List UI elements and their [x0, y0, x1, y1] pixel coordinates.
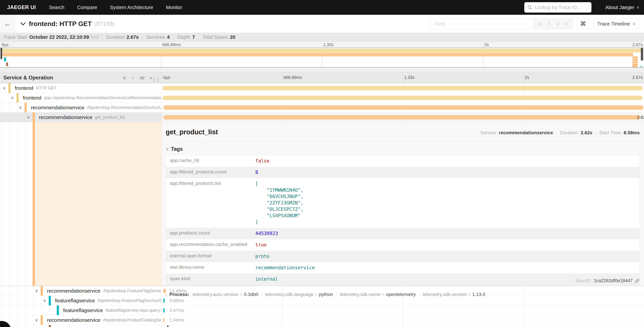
find-bar: ◎ ∧ ∨ ✕ — [431, 18, 573, 29]
span-row[interactable]: featureflagservicefeatureflagservice.rep… — [0, 306, 644, 315]
span-row[interactable]: ∨ frontendgrpc.hipstershop.Recommendatio… — [0, 93, 644, 103]
minimap-span — [632, 59, 638, 60]
collapse-one-icon[interactable]: ∨ — [122, 75, 126, 80]
minimap-span — [632, 64, 638, 65]
span-operation: /hipstershop.ProductCatalogSer... — [103, 318, 162, 322]
detail-duration: Duration:2.62s — [553, 130, 592, 136]
span-collapse-icon[interactable]: ∨ — [35, 288, 38, 294]
span-collapse-icon[interactable]: ∨ — [35, 318, 38, 323]
span-row[interactable]: ∨ featureflagservice/hipstershop.Feature… — [0, 296, 644, 306]
search-icon — [527, 5, 532, 10]
span-duration-label: 2.62s — [637, 115, 644, 120]
span-row[interactable]: ∨ recommendationservice/hipstershop.Reco… — [0, 103, 644, 112]
about-jaeger-menu[interactable]: About Jaeger ∨ — [605, 5, 639, 10]
nav-item-system-architecture[interactable]: System Architecture — [110, 5, 153, 10]
prev-match-icon[interactable]: ∧ — [548, 21, 551, 26]
span-collapse-icon[interactable]: ∨ — [19, 105, 22, 110]
span-service: featureflagservice — [63, 308, 103, 313]
span-collapse-icon[interactable]: ∨ — [27, 115, 30, 120]
expand-one-icon[interactable]: › — [132, 75, 134, 80]
minimap-span — [632, 56, 638, 58]
service-color-accent — [49, 296, 51, 305]
tag-row: app.filtered_products.list[ "1YMWWN1N4O"… — [166, 178, 640, 228]
span-duration-bar[interactable] — [163, 318, 164, 322]
detail-highlight-region — [35, 122, 162, 286]
span-duration-label: 3.68ms — [170, 298, 184, 303]
trace-collapse-toggle[interactable] — [20, 22, 26, 26]
service-color-accent — [8, 83, 10, 93]
nav-item-search[interactable]: Search — [49, 5, 64, 10]
span-collapse-icon[interactable]: ∨ — [43, 298, 46, 303]
trace-id-lookup-input[interactable] — [535, 5, 588, 10]
span-detail-indent — [0, 122, 162, 286]
trace-total-spans: Total Spans 20 — [195, 34, 235, 40]
span-duration-bar[interactable] — [163, 298, 165, 303]
span-duration-bar[interactable] — [163, 289, 166, 293]
trace-id: 2f715fb — [95, 20, 114, 27]
service-color-accent — [32, 112, 35, 122]
span-service: recommendationservice — [47, 288, 100, 294]
tag-row: internal.span.formatproto — [166, 250, 640, 262]
span-duration-bar[interactable] — [163, 86, 643, 90]
service-operation-header: Service & Operation — [3, 75, 122, 81]
span-duration-bar[interactable] — [163, 106, 643, 110]
span-duration-bar[interactable] — [163, 115, 640, 120]
span-duration-label: 3.47ms — [170, 308, 184, 313]
span-collapse-icon[interactable]: ∨ — [11, 95, 14, 100]
minimap-span — [641, 66, 642, 67]
minimap-span — [1, 49, 641, 52]
trace-services: Services 4 — [139, 34, 170, 40]
span-service: featureflagservice — [55, 298, 95, 304]
nav-item-monitor[interactable]: Monitor — [166, 5, 182, 10]
back-button[interactable]: ← — [0, 15, 15, 33]
service-color-accent — [24, 103, 27, 112]
clear-find-icon[interactable]: ✕ — [564, 21, 568, 26]
chevron-down-icon: ∨ — [636, 5, 639, 10]
minimap-span — [1, 53, 633, 56]
minimap-span — [632, 61, 638, 63]
span-row-selected[interactable]: ∨ recommendationserviceget_product_list … — [0, 112, 644, 122]
nav-item-compare[interactable]: Compare — [77, 5, 97, 10]
app-logo[interactable]: JAEGER UI — [7, 4, 36, 10]
minimap-left-handle[interactable] — [0, 48, 2, 59]
span-row[interactable]: ∨ frontendHTTP GET — [0, 83, 644, 93]
span-row[interactable]: ∨ recommendationservice/hipstershop.Feat… — [0, 286, 644, 296]
span-duration-label: 14.49ms — [170, 288, 187, 294]
span-duration-bar[interactable] — [163, 96, 643, 100]
span-operation: /hipstershop.RecommendationService/Lis..… — [87, 105, 162, 110]
span-row-partial[interactable] — [0, 325, 644, 327]
service-color-accent — [49, 325, 51, 327]
tag-row: span.kindinternal — [166, 274, 640, 285]
focus-match-icon[interactable]: ◎ — [538, 21, 542, 26]
timeline-column-headers: Service & Operation ∨ › ∨∨ » ❙❙ 0μs 666.… — [0, 72, 644, 83]
minimap-span — [4, 58, 6, 62]
collapse-all-icon[interactable]: ∨∨ — [139, 75, 144, 80]
minimap-right-handle[interactable] — [641, 48, 643, 60]
service-color-accent — [57, 306, 59, 315]
span-duration-bar[interactable] — [163, 308, 165, 312]
span-row[interactable]: ∨ recommendationservice/hipstershop.Prod… — [0, 315, 644, 325]
trace-minimap[interactable] — [0, 48, 644, 68]
trace-start: Trace Start October 22 2022, 22:10:09.54… — [3, 34, 98, 40]
span-detail-row: get_product_list Service:recommendations… — [0, 122, 644, 286]
trace-depth: Depth 7 — [170, 34, 195, 40]
find-input[interactable] — [431, 19, 533, 29]
deep-link-icon[interactable] — [634, 278, 640, 283]
trace-id-lookup[interactable] — [524, 2, 592, 12]
column-resize-handle[interactable]: ❙❙ — [152, 77, 160, 82]
service-color-accent — [32, 122, 35, 286]
service-color-accent — [41, 286, 43, 296]
span-service: recommendationservice — [39, 114, 92, 120]
keyboard-shortcuts-button[interactable]: ⌘ — [576, 18, 590, 29]
chevron-down-icon: ∨ — [166, 147, 169, 152]
trace-page-header: ← frontend: HTTP GET 2f715fb ◎ ∧ ∨ ✕ ⌘ T… — [0, 15, 644, 33]
span-service: frontend — [15, 85, 33, 91]
span-collapse-icon[interactable]: ∨ — [3, 86, 6, 91]
tag-row: app.products.count44530923 — [166, 228, 640, 239]
trace-title: frontend: HTTP GET — [29, 20, 92, 28]
span-operation: /hipstershop.FeatureFlagService/Ge... — [98, 298, 162, 303]
view-selector[interactable]: Trace Timeline ∨ — [593, 18, 640, 29]
tags-section-toggle[interactable]: ∨ Tags — [166, 146, 640, 152]
next-match-icon[interactable]: ∨ — [556, 21, 560, 26]
minimap-span — [6, 62, 8, 66]
